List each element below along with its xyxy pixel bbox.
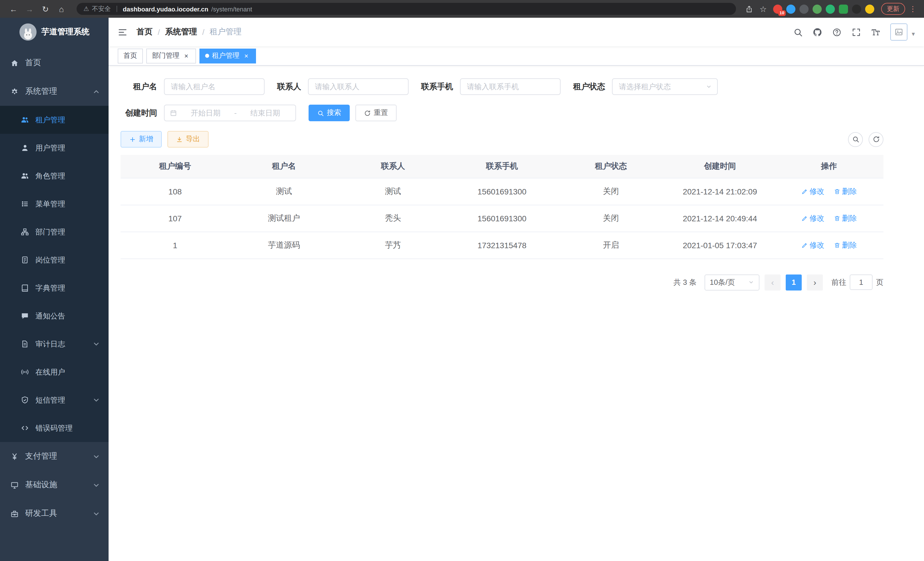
address-bar[interactable]: ⚠ 不安全 dashboard.yudao.iocoder.cn/system/… xyxy=(76,3,736,15)
reload-icon[interactable]: ↻ xyxy=(39,5,51,13)
font-size-icon[interactable] xyxy=(871,27,881,37)
back-icon[interactable]: ← xyxy=(8,5,20,13)
search-button[interactable]: 搜索 xyxy=(309,105,350,121)
filter-tenant-name: 租户名 xyxy=(121,78,265,95)
sidebar-item-sms[interactable]: 短信管理 xyxy=(0,386,109,414)
tab-home[interactable]: 首页 xyxy=(118,48,143,63)
cell-tenant-name: 芋道源码 xyxy=(230,232,338,259)
sidebar-item-error-code[interactable]: 错误码管理 xyxy=(0,414,109,442)
cell-created: 2021-12-14 20:49:44 xyxy=(665,205,774,232)
table-row[interactable]: 107 测试租户 秃头 15601691300 关闭 2021-12-14 20… xyxy=(121,205,884,232)
toggle-search-button[interactable] xyxy=(848,132,863,147)
delete-link[interactable]: 删除 xyxy=(833,240,857,250)
breadcrumb-item[interactable]: 系统管理 xyxy=(165,27,197,37)
extension-icon[interactable] xyxy=(839,4,848,14)
forward-icon[interactable]: → xyxy=(23,5,35,13)
table-row[interactable]: 108 测试 测试 15601691300 关闭 2021-12-14 21:0… xyxy=(121,178,884,205)
breadcrumb-separator: / xyxy=(158,27,160,37)
create-time-range-picker[interactable]: 开始日期 - 结束日期 xyxy=(164,105,296,121)
role-icon xyxy=(21,171,29,180)
search-icon[interactable] xyxy=(794,27,803,37)
update-button[interactable]: 更新 xyxy=(881,3,905,15)
sidebar-item-payment[interactable]: 支付管理 xyxy=(0,442,109,471)
extension-icon[interactable] xyxy=(800,4,808,14)
sidebar-item-home[interactable]: 首页 xyxy=(0,49,109,77)
goto-label: 前往 xyxy=(831,277,846,287)
sidebar-item-label: 字典管理 xyxy=(35,283,100,293)
pagination: 共 3 条 10条/页 ‹ 1 › 前往 页 xyxy=(121,274,884,290)
active-dot xyxy=(205,54,209,58)
sidebar-item-label: 系统管理 xyxy=(25,86,86,97)
github-icon[interactable] xyxy=(813,27,823,37)
page-number-current[interactable]: 1 xyxy=(786,274,802,290)
security-label[interactable]: 不安全 xyxy=(92,5,111,13)
sidebar-item-online-user[interactable]: 在线用户 xyxy=(0,358,109,386)
logo[interactable]: 芋道管理系统 xyxy=(0,18,109,46)
tenant-name-input[interactable] xyxy=(164,78,265,95)
filter-create-time: 创建时间 开始日期 - 结束日期 xyxy=(121,105,296,121)
sidebar-item-dev-tools[interactable]: 研发工具 xyxy=(0,499,109,528)
fullscreen-icon[interactable] xyxy=(852,27,861,37)
menu-dots-icon[interactable]: ⋮ xyxy=(909,5,916,13)
warning-icon: ⚠ xyxy=(83,5,89,13)
edit-link[interactable]: 修改 xyxy=(801,186,824,196)
hamburger-icon[interactable] xyxy=(118,27,128,37)
extension-icon[interactable] xyxy=(813,4,822,14)
next-page-button[interactable]: › xyxy=(807,274,823,290)
sidebar-item-dept[interactable]: 部门管理 xyxy=(0,218,109,246)
sidebar-item-role[interactable]: 角色管理 xyxy=(0,162,109,190)
delete-link[interactable]: 删除 xyxy=(833,213,857,223)
sidebar-item-user[interactable]: 用户管理 xyxy=(0,134,109,162)
sidebar-item-tenant[interactable]: 租户管理 xyxy=(0,106,109,134)
sidebar-item-system[interactable]: 系统管理 xyxy=(0,77,109,106)
prev-page-button[interactable]: ‹ xyxy=(765,274,781,290)
column-header: 创建时间 xyxy=(665,155,774,178)
refresh-button[interactable] xyxy=(868,132,884,147)
extension-icon[interactable] xyxy=(865,4,874,14)
tab-tenant[interactable]: 租户管理 × xyxy=(200,48,256,63)
cell-phone: 15601691300 xyxy=(447,205,556,232)
sidebar-item-infra[interactable]: 基础设施 xyxy=(0,471,109,499)
bookmark-star-icon[interactable]: ☆ xyxy=(757,5,769,13)
avatar[interactable] xyxy=(891,23,908,41)
range-separator: - xyxy=(234,109,237,117)
column-header: 操作 xyxy=(774,155,884,178)
add-button[interactable]: 新增 xyxy=(121,131,162,147)
contact-phone-input[interactable] xyxy=(460,78,561,95)
table-row[interactable]: 1 芋道源码 芋艿 17321315478 开启 2021-01-05 17:0… xyxy=(121,232,884,259)
extension-icon[interactable] xyxy=(826,4,835,14)
close-icon[interactable]: × xyxy=(242,52,250,60)
page-size-select[interactable]: 10条/页 xyxy=(705,274,759,290)
sidebar-item-menu[interactable]: 菜单管理 xyxy=(0,190,109,218)
sidebar-item-notice[interactable]: 通知公告 xyxy=(0,302,109,330)
contact-input[interactable] xyxy=(308,78,409,95)
reset-button[interactable]: 重置 xyxy=(356,105,397,121)
breadcrumb-item[interactable]: 首页 xyxy=(136,27,153,37)
cell-tenant-id: 1 xyxy=(121,232,230,259)
sidebar-item-audit-log[interactable]: 审计日志 xyxy=(0,330,109,358)
edit-link[interactable]: 修改 xyxy=(801,240,824,250)
field-label: 创建时间 xyxy=(121,108,164,118)
tenant-status-select[interactable]: 请选择租户状态 xyxy=(612,78,718,95)
extension-icon[interactable] xyxy=(786,4,795,14)
screen: ← → ↻ ⌂ ⚠ 不安全 dashboard.yudao.iocoder.cn… xyxy=(0,0,924,561)
tab-dept[interactable]: 部门管理 × xyxy=(146,48,196,63)
sidebar-item-post[interactable]: 岗位管理 xyxy=(0,246,109,274)
close-icon[interactable]: × xyxy=(182,52,190,60)
navbar-actions: ▾ xyxy=(794,23,915,41)
extension-icon[interactable]: 10 xyxy=(773,4,782,14)
goto-page-input[interactable] xyxy=(850,274,873,290)
edit-link[interactable]: 修改 xyxy=(801,213,824,223)
export-button[interactable]: 导出 xyxy=(167,131,208,147)
extension-icon[interactable] xyxy=(852,4,861,14)
document-icon xyxy=(21,340,29,348)
share-icon[interactable] xyxy=(745,5,753,13)
sidebar-item-dict[interactable]: 字典管理 xyxy=(0,274,109,302)
field-label: 联系手机 xyxy=(421,81,460,92)
cell-tenant-name: 测试租户 xyxy=(230,205,338,232)
delete-link[interactable]: 删除 xyxy=(833,186,857,196)
sidebar-item-label: 审计日志 xyxy=(35,339,86,349)
browser-home-icon[interactable]: ⌂ xyxy=(56,5,68,13)
caret-down-icon[interactable]: ▾ xyxy=(912,30,915,41)
help-icon[interactable] xyxy=(832,27,842,37)
